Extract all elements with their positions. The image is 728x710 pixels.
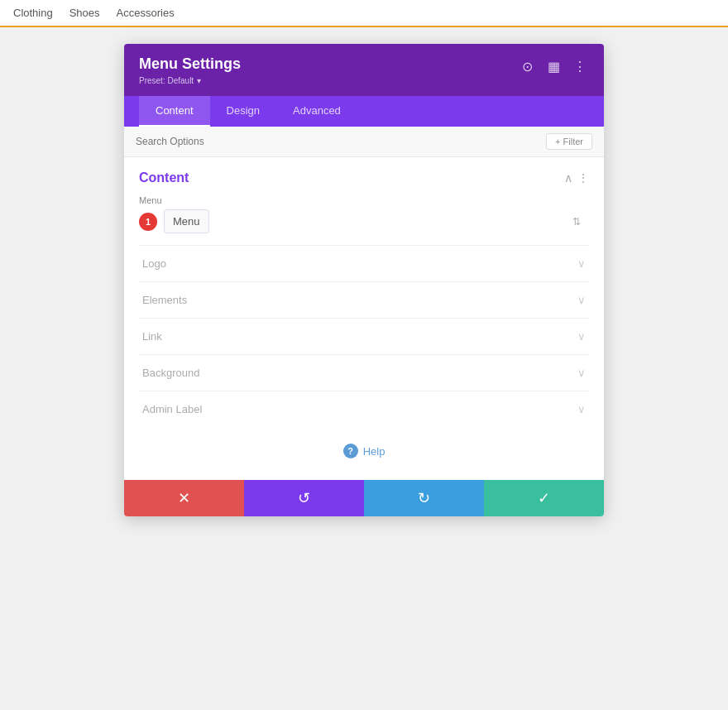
accordion-background-label: Background (142, 367, 199, 379)
search-input[interactable] (136, 136, 546, 147)
help-icon[interactable]: ? (343, 444, 358, 458)
tabs-bar: Content Design Advanced (124, 96, 604, 127)
panel-title-group: Menu Settings Preset: Default ▾ (139, 55, 241, 86)
columns-icon[interactable]: ▦ (544, 57, 563, 75)
help-text[interactable]: Help (363, 445, 386, 458)
nav-clothing[interactable]: Clothing (13, 7, 53, 19)
section-header: Content ∧ ⋮ (139, 170, 589, 185)
accordion-list: Logo ∨ Elements ∨ Link ∨ Background ∨ Ad… (139, 245, 589, 427)
filter-button[interactable]: + Filter (546, 133, 592, 150)
accordion-admin-label[interactable]: Admin Label ∨ (139, 391, 589, 427)
select-arrow-icon: ⇅ (572, 216, 581, 228)
action-bar: ✕ ↺ ↻ ✓ (124, 480, 604, 516)
accordion-logo[interactable]: Logo ∨ (139, 245, 589, 281)
nav-shoes[interactable]: Shoes (69, 7, 100, 19)
accordion-logo-arrow: ∨ (577, 257, 586, 270)
search-bar: + Filter (124, 127, 604, 157)
tab-design[interactable]: Design (210, 96, 276, 127)
panel-header: Menu Settings Preset: Default ▾ ⊙ ▦ ⋮ (124, 44, 604, 96)
circle-icon[interactable]: ⊙ (518, 57, 536, 75)
menu-select-wrapper: Menu ⇅ (164, 209, 589, 233)
accordion-background[interactable]: Background ∨ (139, 354, 589, 391)
section-more-icon[interactable]: ⋮ (577, 171, 589, 185)
panel-title: Menu Settings (139, 55, 241, 73)
section-actions: ∧ ⋮ (564, 171, 589, 185)
tab-advanced[interactable]: Advanced (276, 96, 357, 127)
panel-header-actions: ⊙ ▦ ⋮ (518, 57, 589, 75)
tab-content[interactable]: Content (139, 96, 210, 127)
menu-select[interactable]: Menu (164, 209, 209, 233)
accordion-elements[interactable]: Elements ∨ (139, 281, 589, 318)
accordion-elements-label: Elements (142, 294, 187, 306)
accordion-admin-label-arrow: ∨ (577, 403, 586, 415)
accordion-link-label: Link (142, 330, 162, 343)
cancel-button[interactable]: ✕ (124, 480, 244, 516)
section-title: Content (139, 170, 189, 185)
panel-preset[interactable]: Preset: Default ▾ (139, 74, 241, 86)
top-navigation: Clothing Shoes Accessories (0, 0, 728, 27)
accordion-background-arrow: ∨ (577, 367, 586, 379)
save-button[interactable]: ✓ (484, 480, 604, 516)
accordion-link-arrow: ∨ (577, 330, 586, 343)
menu-field-group: Menu 1 Menu ⇅ (139, 195, 589, 233)
accordion-logo-label: Logo (142, 257, 166, 270)
accordion-elements-arrow: ∨ (577, 294, 586, 306)
accordion-link[interactable]: Link ∨ (139, 318, 589, 354)
field-badge: 1 (139, 213, 157, 231)
settings-panel: Menu Settings Preset: Default ▾ ⊙ ▦ ⋮ Co… (124, 44, 604, 516)
help-row: ? Help (139, 427, 589, 467)
reset-button[interactable]: ↺ (244, 480, 364, 516)
panel-body: Content ∧ ⋮ Menu 1 Menu ⇅ (124, 157, 604, 480)
menu-field-row: 1 Menu ⇅ (139, 209, 589, 233)
nav-accessories[interactable]: Accessories (117, 7, 175, 19)
more-options-icon[interactable]: ⋮ (571, 57, 589, 75)
collapse-icon[interactable]: ∧ (564, 171, 572, 185)
accordion-admin-label-label: Admin Label (142, 403, 202, 415)
main-area: Menu Settings Preset: Default ▾ ⊙ ▦ ⋮ Co… (0, 27, 728, 533)
redo-button[interactable]: ↻ (364, 480, 484, 516)
menu-field-label: Menu (139, 195, 589, 205)
